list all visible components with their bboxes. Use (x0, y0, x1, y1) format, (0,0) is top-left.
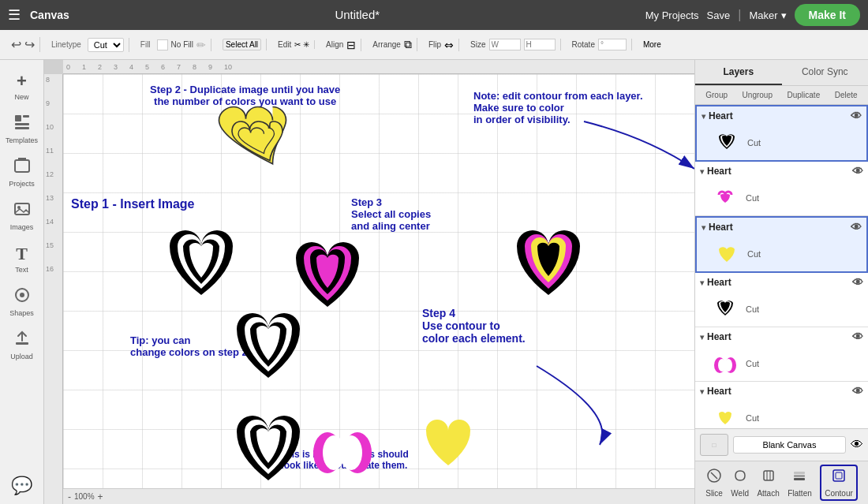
align-button[interactable]: ⊟ (346, 39, 356, 51)
zoom-level: 100% (74, 492, 95, 501)
tab-color-sync[interactable]: Color Sync (782, 60, 869, 85)
rotate-label: Rotate (572, 40, 595, 49)
layer-item-1[interactable]: ▾ Heart 👁 Cut (695, 105, 868, 162)
heart-yellow-isolated (426, 420, 470, 465)
contour-button[interactable]: Contour (820, 465, 858, 501)
arrange-button[interactable]: ⧉ (404, 38, 412, 51)
svg-rect-3 (15, 127, 29, 129)
templates-icon (13, 114, 31, 135)
ungroup-button[interactable]: Ungroup (739, 89, 776, 101)
layer-5-name: Heart (707, 331, 849, 342)
layer-3-arrow[interactable]: ▾ (702, 223, 705, 232)
svg-rect-5 (15, 203, 29, 215)
fill-group: Fill No Fill ✏ (136, 39, 211, 51)
align-label: Align (326, 40, 343, 49)
layer-5-header: ▾ Heart 👁 (695, 327, 868, 346)
height-input[interactable] (524, 39, 556, 50)
zoom-in-button[interactable]: + (98, 491, 103, 502)
layer-5-arrow[interactable]: ▾ (700, 333, 704, 342)
more-button[interactable]: More (643, 40, 661, 49)
canvas-area[interactable]: 0 1 2 3 4 5 6 7 8 9 10 8910111213141516 … (44, 60, 694, 504)
select-all-button[interactable]: Select All (223, 39, 261, 50)
canvas-grid: Step 1 - Insert Image Step 2 - Duplicate… (63, 74, 694, 488)
heart-yellow-group (219, 107, 286, 164)
sidebar-item-projects[interactable]: Projects (2, 152, 43, 192)
redo-button[interactable]: ↪ (24, 37, 35, 52)
layer-item-2[interactable]: ▾ Heart 👁 Cut (695, 162, 868, 216)
layer-4-arrow[interactable]: ▾ (700, 278, 704, 287)
my-projects-button[interactable]: My Projects (645, 9, 699, 21)
sidebar-item-text[interactable]: T Text (2, 239, 43, 278)
chat-icon[interactable]: 💬 (11, 476, 32, 496)
flip-button[interactable]: ⇔ (444, 39, 454, 51)
layer-1-arrow[interactable]: ▾ (702, 112, 705, 121)
layer-2-thumb (711, 184, 739, 212)
slice-button[interactable]: Slice (705, 468, 723, 498)
svg-rect-26 (794, 472, 805, 474)
layer-5-cut: Cut (746, 359, 759, 368)
menu-icon[interactable]: ☰ (8, 6, 21, 24)
svg-point-8 (20, 293, 24, 297)
main-area: + New Templates Projects Images T Text (0, 60, 868, 504)
layer-3-eye-icon[interactable]: 👁 (851, 221, 862, 233)
panel-bottom-eye-icon[interactable]: 👁 (851, 438, 863, 452)
make-it-button[interactable]: Make It (795, 4, 860, 26)
layer-1-eye-icon[interactable]: 👁 (851, 110, 862, 122)
size-group: Size (466, 39, 560, 50)
linetype-select[interactable]: Cut (88, 38, 124, 52)
sidebar-item-upload[interactable]: Upload (2, 325, 43, 365)
undo-button[interactable]: ↩ (11, 37, 21, 52)
flip-label: Flip (428, 40, 441, 49)
sidebar-item-images-label: Images (10, 223, 34, 231)
sidebar-item-new-label: New (14, 93, 28, 101)
sidebar-item-images[interactable]: Images (2, 196, 43, 236)
project-name: Untitled* (335, 8, 380, 21)
edit-label: Edit (278, 40, 291, 49)
sidebar-item-templates[interactable]: Templates (2, 109, 43, 149)
layer-4-eye-icon[interactable]: 👁 (852, 276, 863, 289)
group-button[interactable]: Group (702, 89, 731, 101)
weld-button[interactable]: Weld (731, 468, 749, 498)
sidebar-item-new[interactable]: + New (2, 66, 43, 106)
layer-item-4[interactable]: ▾ Heart 👁 Cut (695, 273, 868, 327)
layer-item-5[interactable]: ▾ Heart 👁 Cut (695, 327, 868, 382)
save-button[interactable]: Save (707, 9, 731, 21)
panel-tabs: Layers Color Sync (695, 60, 868, 86)
rotate-input[interactable] (598, 39, 627, 50)
layer-item-3[interactable]: ▾ Heart 👁 Cut (695, 216, 868, 273)
layer-3-body: Cut (697, 237, 866, 271)
layer-item-6[interactable]: ▾ Heart 👁 Cut (695, 382, 868, 428)
flatten-button[interactable]: Flatten (788, 468, 812, 498)
contour-icon (831, 468, 847, 487)
sidebar-item-upload-label: Upload (10, 353, 33, 360)
layer-1-cut: Cut (747, 138, 761, 147)
heart-colorful (517, 230, 580, 295)
tab-layers[interactable]: Layers (695, 60, 782, 85)
blank-canvas-button[interactable]: Blank Canvas (733, 436, 846, 454)
layer-2-body: Cut (695, 181, 868, 215)
layer-6-thumb (711, 404, 739, 428)
layer-2-eye-icon[interactable]: 👁 (852, 165, 863, 177)
zoom-out-button[interactable]: - (68, 491, 71, 502)
fill-pen-icon[interactable]: ✏ (196, 39, 206, 51)
layer-1-name: Heart (709, 110, 847, 121)
layer-5-eye-icon[interactable]: 👁 (852, 330, 863, 343)
maker-menu[interactable]: Maker ▾ (749, 9, 786, 21)
images-icon (13, 200, 31, 222)
slice-icon (706, 468, 722, 487)
attach-button[interactable]: Attach (757, 468, 779, 498)
svg-point-18 (724, 359, 732, 371)
layer-3-thumb (713, 240, 741, 268)
sidebar-item-shapes[interactable]: Shapes (2, 282, 43, 322)
delete-button[interactable]: Delete (832, 89, 861, 101)
duplicate-button[interactable]: Duplicate (784, 89, 824, 101)
zoom-bar: - 100% + (63, 488, 694, 504)
shapes-icon (13, 286, 31, 308)
align-group: Align ⊟ (321, 39, 361, 51)
width-input[interactable] (489, 39, 521, 50)
layer-2-arrow[interactable]: ▾ (700, 167, 704, 176)
layer-6-eye-icon[interactable]: 👁 (852, 385, 863, 398)
toolbar: ↩ ↪ Linetype Cut Fill No Fill ✏ Select A… (0, 30, 868, 60)
edit-button[interactable]: ✂ ✳ (294, 40, 309, 49)
layer-6-arrow[interactable]: ▾ (700, 387, 704, 396)
